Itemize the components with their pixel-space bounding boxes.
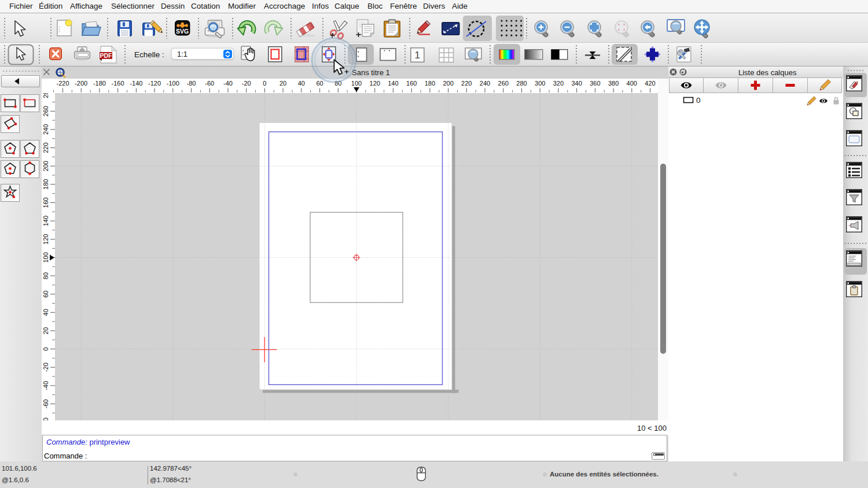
svg-text:140: 140 <box>388 80 398 87</box>
svg-text:-180: -180 <box>93 80 106 87</box>
svg-text:200: 200 <box>42 161 49 171</box>
svg-text:-120: -120 <box>148 80 161 87</box>
svg-text:200: 200 <box>443 80 453 87</box>
svg-text:120: 120 <box>42 234 49 245</box>
svg-text:220: 220 <box>461 80 472 87</box>
svg-text:180: 180 <box>425 80 435 87</box>
svg-text:140: 140 <box>42 216 49 226</box>
svg-text:-20: -20 <box>42 363 49 372</box>
svg-text:-160: -160 <box>112 80 124 87</box>
svg-text:160: 160 <box>42 197 49 208</box>
svg-text:420: 420 <box>645 80 655 87</box>
svg-text:60: 60 <box>42 291 49 298</box>
svg-text:240: 240 <box>42 124 49 135</box>
svg-text:320: 320 <box>553 80 564 87</box>
svg-text:240: 240 <box>480 80 490 87</box>
svg-text:20: 20 <box>42 327 49 334</box>
svg-text:0: 0 <box>42 347 49 351</box>
svg-text:-220: -220 <box>56 80 69 87</box>
svg-text:280: 280 <box>516 80 527 87</box>
svg-text:300: 300 <box>535 80 545 87</box>
svg-text:SVG: SVG <box>176 28 189 35</box>
svg-text:280: 280 <box>42 93 49 98</box>
svg-text:-140: -140 <box>130 80 142 87</box>
svg-text:260: 260 <box>42 106 49 116</box>
svg-text:-40: -40 <box>42 381 49 390</box>
svg-text:380: 380 <box>608 80 619 87</box>
svg-text:-200: -200 <box>75 80 87 87</box>
svg-text:-20: -20 <box>242 80 251 87</box>
svg-text:100: 100 <box>42 252 49 263</box>
svg-text:80: 80 <box>42 272 49 279</box>
svg-text:340: 340 <box>571 80 582 87</box>
svg-text:-80: -80 <box>187 80 196 87</box>
svg-text:-60: -60 <box>205 80 214 87</box>
svg-text:120: 120 <box>370 80 380 87</box>
svg-text:-100: -100 <box>167 80 179 87</box>
svg-text:40: 40 <box>42 309 49 316</box>
svg-text:20: 20 <box>279 80 286 87</box>
svg-text:400: 400 <box>627 80 637 87</box>
svg-text:0: 0 <box>263 80 266 87</box>
svg-text:0: 0 <box>696 96 701 105</box>
svg-text:260: 260 <box>498 80 509 87</box>
svg-text:220: 220 <box>42 142 49 153</box>
svg-text:PDF: PDF <box>100 52 113 59</box>
svg-text:360: 360 <box>590 80 600 87</box>
svg-text:-60: -60 <box>42 400 49 409</box>
svg-text:180: 180 <box>42 179 49 190</box>
svg-text:-40: -40 <box>223 80 233 87</box>
svg-text:160: 160 <box>406 80 417 87</box>
svg-text:1: 1 <box>414 50 420 61</box>
